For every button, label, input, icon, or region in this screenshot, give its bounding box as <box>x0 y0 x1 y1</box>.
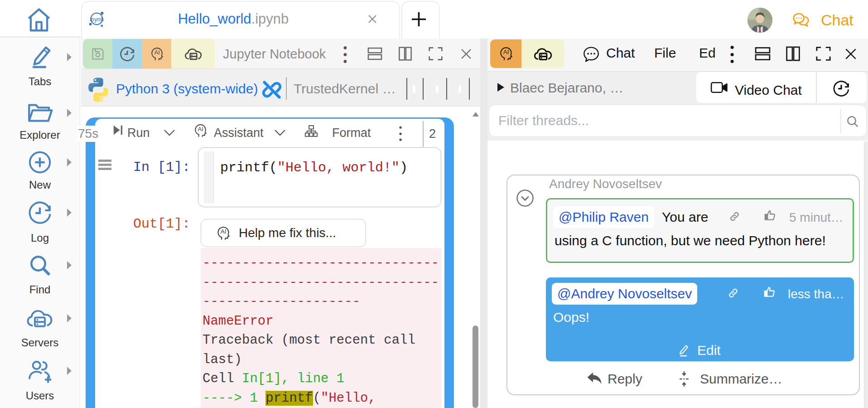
svg-text:AI: AI <box>503 49 509 55</box>
svg-text:AI: AI <box>154 49 159 55</box>
svg-text:AI: AI <box>221 228 227 235</box>
svg-text:AI: AI <box>198 126 203 132</box>
